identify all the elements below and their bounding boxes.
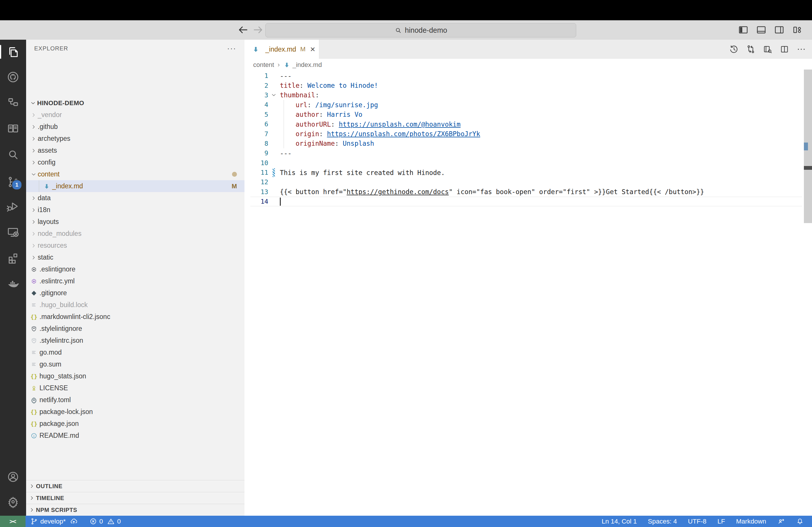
code-line-8[interactable]: 8 originName: Unsplash: [245, 139, 812, 148]
section-npm-scripts[interactable]: NPM SCRIPTS: [26, 504, 245, 516]
code-line-9[interactable]: 9---: [245, 148, 812, 158]
tree-folder-content[interactable]: content: [26, 168, 245, 180]
activity-docs-book[interactable]: [0, 116, 26, 141]
status-language-mode[interactable]: Markdown: [736, 518, 766, 525]
git-modified-gutter[interactable]: [273, 168, 275, 177]
layout-panel-button[interactable]: [756, 24, 767, 35]
section-timeline[interactable]: TIMELINE: [26, 492, 245, 504]
section-outline[interactable]: OUTLINE: [26, 480, 245, 492]
remote-indicator[interactable]: ><: [0, 516, 26, 527]
status-notifications[interactable]: [796, 517, 804, 525]
tree-file--eslintrc-yml[interactable]: .eslintrc.yml: [26, 275, 245, 287]
layout-customize-button[interactable]: [792, 24, 803, 35]
activity-docker[interactable]: [0, 271, 26, 296]
status-branch[interactable]: develop*: [30, 517, 66, 525]
tree-file--gitignore[interactable]: .gitignore: [26, 287, 245, 299]
activity-accounts[interactable]: [0, 464, 26, 490]
status-label: Ln 14, Col 1: [602, 518, 637, 525]
tree-folder-archetypes[interactable]: archetypes: [26, 133, 245, 145]
tree-file--hugo-build-lock[interactable]: .hugo_build.lock: [26, 299, 245, 311]
tree-file--index-md[interactable]: _index.mdM: [26, 180, 245, 192]
feedback-icon: [777, 517, 785, 525]
activity-extensions[interactable]: [0, 245, 26, 271]
tree-file--stylelintignore[interactable]: .stylelintignore: [26, 323, 245, 335]
activity-settings[interactable]: [0, 489, 26, 514]
code-line-4[interactable]: 4 url: /img/sunrise.jpg: [245, 100, 812, 109]
line-number: 10: [251, 159, 268, 167]
layout-sidebar-right-button[interactable]: [774, 24, 785, 35]
editor-action-split[interactable]: [780, 44, 789, 54]
tree-folder-config[interactable]: config: [26, 156, 245, 168]
tree-file-license[interactable]: LICENSE: [26, 382, 245, 394]
activity-search[interactable]: [0, 142, 26, 167]
code-line-2[interactable]: 2title: Welcome to Hinode!: [245, 80, 812, 90]
tree-file-readme-md[interactable]: README.md: [26, 430, 245, 441]
tree-folder-resources[interactable]: resources: [26, 240, 245, 252]
code-line-1[interactable]: 1---: [245, 71, 812, 80]
layout-sidebar-left-button[interactable]: [738, 24, 749, 35]
json-braces-icon: {}: [30, 408, 38, 416]
tree-folder--vendor[interactable]: _vendor: [26, 109, 245, 121]
sidebar-more-actions[interactable]: ···: [227, 44, 236, 53]
status-cloud-upload[interactable]: [70, 517, 78, 525]
fold-chevron-icon[interactable]: [270, 92, 278, 98]
code-line-3[interactable]: 3thumbnail:: [245, 90, 812, 100]
code-line-12[interactable]: 12: [245, 177, 812, 187]
tree-folder-layouts[interactable]: layouts: [26, 216, 245, 228]
tree-root-hinode-demo[interactable]: HINODE-DEMO: [26, 97, 245, 109]
status-cursor-position[interactable]: Ln 14, Col 1: [602, 518, 637, 525]
tree-folder-assets[interactable]: assets: [26, 145, 245, 156]
status-encoding[interactable]: UTF-8: [688, 518, 707, 525]
code-line-10[interactable]: 10: [245, 158, 812, 168]
tree-folder-data[interactable]: data: [26, 192, 245, 204]
line-number: 11: [251, 169, 268, 176]
code-line-13[interactable]: 13{{< button href="https://gethinode.com…: [245, 187, 812, 197]
breadcrumb-file[interactable]: _index.md: [293, 61, 322, 69]
back-button[interactable]: [237, 24, 249, 36]
editor-action-preview[interactable]: [763, 44, 772, 54]
status-error-circle[interactable]: 0: [89, 517, 103, 525]
command-center-search[interactable]: hinode-demo: [265, 23, 576, 37]
section-label: TIMELINE: [36, 495, 64, 501]
activity-source-control[interactable]: 1: [0, 169, 26, 195]
debug-icon: [6, 200, 20, 213]
tab-close-icon[interactable]: ×: [310, 45, 315, 54]
activity-explorer[interactable]: [0, 39, 26, 65]
tree-folder-node-modules[interactable]: node_modules: [26, 228, 245, 240]
editor-action-history[interactable]: [729, 44, 739, 54]
tree-folder--github[interactable]: .github: [26, 121, 245, 133]
editor-action-compare[interactable]: [746, 44, 756, 54]
activity-remote-explorer[interactable]: [0, 219, 26, 245]
tree-file-package-json[interactable]: {}package.json: [26, 418, 245, 430]
tree-folder-i18n[interactable]: i18n: [26, 204, 245, 216]
activity-source-control-graph[interactable]: [0, 90, 26, 116]
forward-button[interactable]: [252, 24, 264, 36]
tree-file-go-mod[interactable]: go.mod: [26, 347, 245, 358]
code-line-11[interactable]: 11This is my first site created with Hin…: [245, 168, 812, 177]
tree-file--markdownlint-cli2-jsonc[interactable]: {}.markdownlint-cli2.jsonc: [26, 311, 245, 323]
tree-file-go-sum[interactable]: go.sum: [26, 358, 245, 370]
chevron-right-icon: [31, 219, 37, 225]
tree-file-hugo-stats-json[interactable]: {}hugo_stats.json: [26, 370, 245, 382]
tree-file--stylelintrc-json[interactable]: .stylelintrc.json: [26, 335, 245, 347]
code-line-14[interactable]: 14: [245, 197, 812, 206]
code-line-5[interactable]: 5 author: Harris Vo: [245, 110, 812, 119]
activity-bar: 1: [0, 40, 26, 516]
code-line-7[interactable]: 7 origin: https://unsplash.com/photos/ZX…: [245, 129, 812, 138]
code-editor[interactable]: 1---2title: Welcome to Hinode!3thumbnail…: [245, 71, 812, 206]
status-eol[interactable]: LF: [717, 518, 725, 525]
breadcrumb-folder[interactable]: content: [253, 61, 274, 69]
status-feedback[interactable]: [777, 517, 785, 525]
tree-file-netlify-toml[interactable]: netlify.toml: [26, 394, 245, 406]
editor-action-more[interactable]: [796, 44, 806, 54]
tree-file-package-lock-json[interactable]: {}package-lock.json: [26, 406, 245, 418]
editor-scrollbar[interactable]: [804, 70, 812, 226]
activity-run-and-debug[interactable]: [0, 194, 26, 219]
tree-folder-static[interactable]: static: [26, 252, 245, 264]
code-line-6[interactable]: 6 authorURL: https://unsplash.com/@hoanv…: [245, 119, 812, 129]
status-indentation[interactable]: Spaces: 4: [648, 518, 677, 525]
tab-index-md[interactable]: _index.md M ×: [245, 40, 319, 59]
status-warning[interactable]: 0: [107, 517, 121, 525]
tree-file--eslintignore[interactable]: .eslintignore: [26, 264, 245, 275]
activity-github[interactable]: [0, 64, 26, 90]
